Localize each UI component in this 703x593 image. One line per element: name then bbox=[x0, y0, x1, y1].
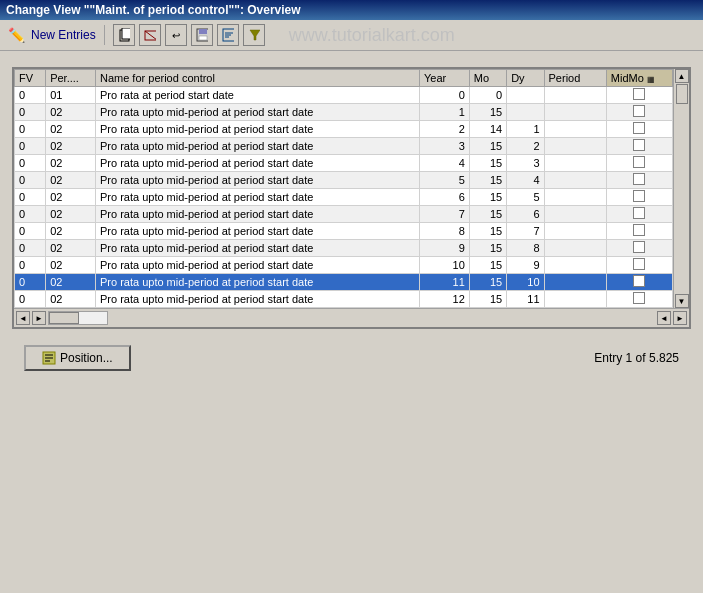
table-row[interactable]: 002Pro rata upto mid-period at period st… bbox=[15, 189, 673, 206]
cell-midmo[interactable] bbox=[606, 172, 672, 189]
cell-name: Pro rata upto mid-period at period start… bbox=[95, 240, 419, 257]
midmo-checkbox[interactable] bbox=[633, 241, 645, 253]
cell-per: 02 bbox=[46, 223, 96, 240]
scroll-left-button[interactable]: ◄ bbox=[16, 311, 30, 325]
cell-per: 02 bbox=[46, 206, 96, 223]
copy-button[interactable] bbox=[113, 24, 135, 46]
cell-per: 02 bbox=[46, 257, 96, 274]
col-header-mo: Mo bbox=[469, 70, 506, 87]
table-row[interactable]: 002Pro rata upto mid-period at period st… bbox=[15, 223, 673, 240]
cell-dy: 3 bbox=[507, 155, 544, 172]
save-icon bbox=[196, 28, 208, 42]
cell-name: Pro rata upto mid-period at period start… bbox=[95, 121, 419, 138]
cell-midmo[interactable] bbox=[606, 87, 672, 104]
table-row[interactable]: 002Pro rata upto mid-period at period st… bbox=[15, 121, 673, 138]
cell-dy: 1 bbox=[507, 121, 544, 138]
scroll-thumb[interactable] bbox=[676, 84, 688, 104]
cell-year: 5 bbox=[419, 172, 469, 189]
table-row[interactable]: 002Pro rata upto mid-period at period st… bbox=[15, 138, 673, 155]
horizontal-scroll[interactable]: ◄ ► bbox=[16, 311, 657, 325]
midmo-checkbox[interactable] bbox=[633, 190, 645, 202]
cell-dy: 5 bbox=[507, 189, 544, 206]
new-entries-button[interactable]: New Entries bbox=[31, 28, 96, 42]
filter-icon bbox=[248, 28, 260, 42]
cell-fv: 0 bbox=[15, 87, 46, 104]
scroll-up-button[interactable]: ▲ bbox=[675, 69, 689, 83]
cell-midmo[interactable] bbox=[606, 223, 672, 240]
delete-icon bbox=[144, 28, 156, 42]
vertical-scrollbar[interactable]: ▲ ▼ bbox=[673, 69, 689, 308]
cell-fv: 0 bbox=[15, 189, 46, 206]
col-header-per: Per.... bbox=[46, 70, 96, 87]
cell-midmo[interactable] bbox=[606, 257, 672, 274]
footer-vert-scroll[interactable]: ◄ ► bbox=[657, 311, 687, 325]
midmo-checkbox[interactable] bbox=[633, 207, 645, 219]
table-row[interactable]: 002Pro rata upto mid-period at period st… bbox=[15, 104, 673, 121]
cell-fv: 0 bbox=[15, 172, 46, 189]
midmo-checkbox[interactable] bbox=[633, 173, 645, 185]
table-row[interactable]: 002Pro rata upto mid-period at period st… bbox=[15, 257, 673, 274]
midmo-checkbox[interactable] bbox=[633, 224, 645, 236]
data-table: FV Per.... Name for period control Year … bbox=[14, 69, 673, 308]
position-button[interactable]: Position... bbox=[24, 345, 131, 371]
midmo-checkbox[interactable] bbox=[633, 122, 645, 134]
midmo-checkbox[interactable] bbox=[633, 275, 645, 287]
cell-dy: 7 bbox=[507, 223, 544, 240]
table-row[interactable]: 001Pro rata at period start date00 bbox=[15, 87, 673, 104]
scroll-track[interactable] bbox=[48, 311, 108, 325]
table-row[interactable]: 002Pro rata upto mid-period at period st… bbox=[15, 291, 673, 308]
cell-dy: 4 bbox=[507, 172, 544, 189]
midmo-checkbox[interactable] bbox=[633, 105, 645, 117]
cell-mo: 15 bbox=[469, 274, 506, 291]
midmo-checkbox[interactable] bbox=[633, 139, 645, 151]
refresh-button[interactable] bbox=[217, 24, 239, 46]
cell-fv: 0 bbox=[15, 291, 46, 308]
toolbar: ✏️ New Entries ↩ bbox=[0, 20, 703, 51]
cell-per: 01 bbox=[46, 87, 96, 104]
scroll-down-button[interactable]: ▼ bbox=[675, 294, 689, 308]
filter-button[interactable] bbox=[243, 24, 265, 46]
cell-mo: 15 bbox=[469, 104, 506, 121]
table-row[interactable]: 002Pro rata upto mid-period at period st… bbox=[15, 155, 673, 172]
table-row[interactable]: 002Pro rata upto mid-period at period st… bbox=[15, 172, 673, 189]
cell-per: 02 bbox=[46, 172, 96, 189]
cell-name: Pro rata upto mid-period at period start… bbox=[95, 104, 419, 121]
cell-midmo[interactable] bbox=[606, 155, 672, 172]
cell-fv: 0 bbox=[15, 121, 46, 138]
cell-mo: 15 bbox=[469, 223, 506, 240]
footer-scroll-right[interactable]: ► bbox=[673, 311, 687, 325]
cell-per: 02 bbox=[46, 240, 96, 257]
table-with-scrollbar: FV Per.... Name for period control Year … bbox=[14, 69, 689, 308]
sort-icon: ▦ bbox=[647, 75, 655, 84]
cell-year: 0 bbox=[419, 87, 469, 104]
table-row[interactable]: 002Pro rata upto mid-period at period st… bbox=[15, 240, 673, 257]
delete-button[interactable] bbox=[139, 24, 161, 46]
cell-midmo[interactable] bbox=[606, 189, 672, 206]
cell-midmo[interactable] bbox=[606, 240, 672, 257]
midmo-checkbox[interactable] bbox=[633, 258, 645, 270]
cell-period bbox=[544, 223, 606, 240]
midmo-checkbox[interactable] bbox=[633, 156, 645, 168]
undo-button[interactable]: ↩ bbox=[165, 24, 187, 46]
svg-marker-11 bbox=[250, 30, 260, 40]
data-table-container: FV Per.... Name for period control Year … bbox=[12, 67, 691, 329]
cell-year: 2 bbox=[419, 121, 469, 138]
save-button[interactable] bbox=[191, 24, 213, 46]
cell-midmo[interactable] bbox=[606, 138, 672, 155]
cell-midmo[interactable] bbox=[606, 206, 672, 223]
cell-midmo[interactable] bbox=[606, 291, 672, 308]
svg-rect-1 bbox=[122, 28, 130, 39]
midmo-checkbox[interactable] bbox=[633, 292, 645, 304]
footer-scroll-left[interactable]: ◄ bbox=[657, 311, 671, 325]
cell-period bbox=[544, 104, 606, 121]
table-row[interactable]: 002Pro rata upto mid-period at period st… bbox=[15, 274, 673, 291]
midmo-checkbox[interactable] bbox=[633, 88, 645, 100]
svg-line-3 bbox=[145, 31, 156, 40]
svg-rect-5 bbox=[199, 29, 207, 34]
cell-midmo[interactable] bbox=[606, 104, 672, 121]
table-row[interactable]: 002Pro rata upto mid-period at period st… bbox=[15, 206, 673, 223]
cell-midmo[interactable] bbox=[606, 121, 672, 138]
scroll-right-button[interactable]: ► bbox=[32, 311, 46, 325]
cell-midmo[interactable] bbox=[606, 274, 672, 291]
cell-mo: 15 bbox=[469, 240, 506, 257]
